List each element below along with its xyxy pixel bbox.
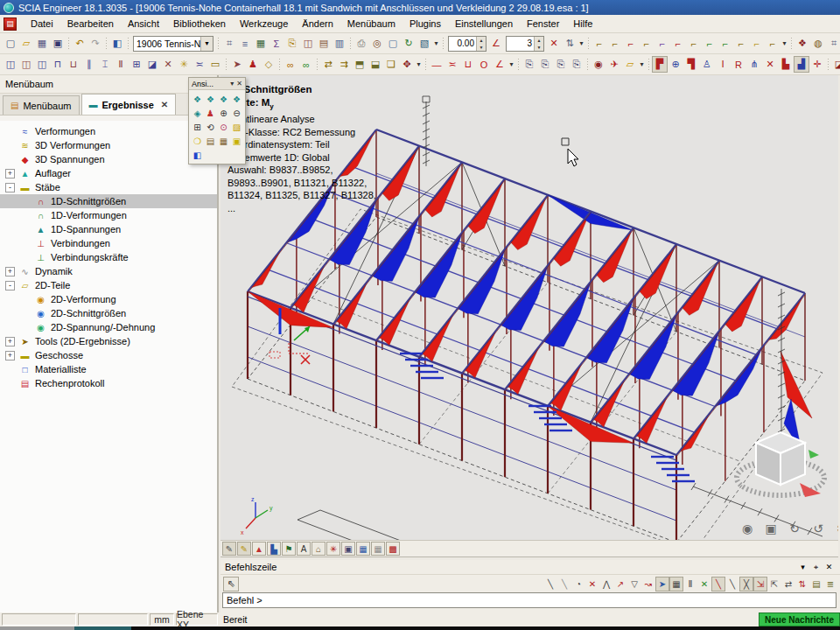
rect-tool-icon[interactable]: ⊔: [460, 56, 476, 73]
dropdown-arrow-icon[interactable]: ▾: [432, 39, 440, 47]
render-view-2-icon[interactable]: ❖: [204, 92, 217, 106]
copy-2-icon[interactable]: ⎘: [537, 56, 553, 73]
show-grid2-icon[interactable]: ▦: [371, 542, 385, 556]
member-tool-9-icon[interactable]: ⊞: [129, 56, 144, 73]
dropdown-arrow-icon[interactable]: ▾: [415, 60, 423, 68]
app-menu-icon[interactable]: ▤: [4, 18, 17, 31]
orbit-back-icon[interactable]: ↺: [809, 520, 827, 537]
show-mesh-icon[interactable]: ▩: [386, 542, 400, 556]
axonometric-view-icon[interactable]: ◈: [191, 106, 204, 120]
tree-item-2d-teile[interactable]: -▱2D-Teile: [0, 278, 217, 292]
result-b4-icon[interactable]: ♙: [699, 56, 715, 73]
status-units[interactable]: mm: [150, 613, 174, 626]
autodesign-icon[interactable]: ◍: [810, 35, 826, 52]
layers-icon[interactable]: ≡: [237, 35, 253, 52]
open-view-icon[interactable]: ▨: [230, 120, 243, 134]
haunch-4-icon[interactable]: ⌐: [639, 35, 654, 52]
snap-vertex-icon[interactable]: ⋀: [599, 577, 613, 592]
snap-line-icon[interactable]: ╲: [543, 577, 557, 592]
select-cursor-icon[interactable]: ⇖: [223, 577, 239, 592]
list-snap-icon[interactable]: ≣: [823, 577, 837, 592]
light-icon[interactable]: ❍: [191, 134, 204, 148]
status-plane[interactable]: Ebene XY: [176, 613, 218, 626]
haunch-6-icon[interactable]: ⌐: [670, 35, 686, 52]
copy-attributes-icon[interactable]: ⎘: [284, 35, 300, 52]
perspective-icon[interactable]: ◧: [191, 148, 204, 162]
tree-item-1d-spannungen[interactable]: ▲1D-Spannungen: [0, 222, 217, 236]
member-check-icon[interactable]: ❖: [794, 35, 810, 52]
supports-bed-icon[interactable]: ▤: [316, 35, 332, 52]
swap-snap-icon[interactable]: ⇄: [781, 577, 795, 592]
tree-item-1d-verformungen[interactable]: ∩1D-Verformungen: [0, 208, 217, 222]
tree-item-rechenprotokoll[interactable]: ▤Rechenprotokoll: [0, 376, 217, 390]
document-icon[interactable]: ▢: [385, 35, 401, 52]
new-messages-button[interactable]: Neue Nachrichte: [759, 612, 840, 626]
zoom-selection-icon[interactable]: ⊙: [217, 120, 230, 134]
vswap-snap-icon[interactable]: ⇅: [795, 577, 809, 592]
table-snap-icon[interactable]: ▤: [809, 577, 823, 592]
table-results-icon[interactable]: ◪: [831, 56, 840, 73]
command-input[interactable]: [222, 592, 836, 608]
menu-fenster[interactable]: Fenster: [520, 17, 566, 31]
haunch-3-icon[interactable]: ⌐: [623, 35, 639, 52]
toolbar-close-icon[interactable]: ✕: [236, 80, 242, 88]
result-b6-icon[interactable]: R: [731, 56, 746, 73]
member-tool-10-icon[interactable]: ◪: [144, 56, 160, 73]
print-icon[interactable]: ⎙: [354, 35, 369, 52]
member-tool-14-icon[interactable]: ▭: [207, 56, 223, 73]
mirror2-icon[interactable]: ⬓: [368, 56, 383, 73]
tree-item-2d-spannung-dehnung[interactable]: ◉2D-Spannung/-Dehnung: [0, 320, 217, 334]
haunch-8-icon[interactable]: ⌐: [702, 35, 718, 52]
tree-expander-icon[interactable]: +: [5, 169, 15, 178]
scale-spinner[interactable]: 3▲▼: [506, 36, 544, 52]
stress-icon[interactable]: Σ: [269, 35, 284, 52]
member-tool-7-icon[interactable]: ⌶: [97, 56, 113, 73]
project-combobox[interactable]: 19006 Tennis-Nohe▼: [133, 36, 214, 52]
haunch-9-icon[interactable]: ⌐: [718, 35, 733, 52]
workplane-icon[interactable]: ◇: [261, 56, 276, 73]
show-entity-icon[interactable]: ▣: [341, 542, 355, 556]
circle-tool-icon[interactable]: O: [476, 56, 492, 73]
member-tool-12-icon[interactable]: ✳: [176, 56, 192, 73]
member-tool-11-icon[interactable]: ✕: [160, 56, 176, 73]
cube-views-icon[interactable]: ▣: [762, 520, 780, 537]
open-project-icon[interactable]: ▱: [18, 35, 34, 52]
snap-delete-icon[interactable]: ✕: [585, 577, 599, 592]
result-b8-icon[interactable]: ✕: [762, 56, 778, 73]
show-supports-icon[interactable]: ▲: [252, 542, 266, 556]
link-green-icon[interactable]: ∞: [298, 56, 314, 73]
angle-tool-icon[interactable]: ∠: [492, 56, 508, 73]
haunch-1-icon[interactable]: ⌐: [592, 35, 607, 52]
clipboard-view-icon[interactable]: ▣: [230, 134, 243, 148]
haunch-5-icon[interactable]: ⌐: [654, 35, 670, 52]
tree-item-3d-spannungen[interactable]: ◆3D Spannungen: [0, 152, 217, 166]
tree-item-dynamik[interactable]: +∿Dynamik: [0, 264, 217, 278]
tab-ergebnisse[interactable]: ▬ Ergebnisse ✕: [81, 94, 177, 115]
refresh-icon[interactable]: ↻: [401, 35, 416, 52]
node-size-icon[interactable]: ⇅: [562, 35, 578, 52]
tree-item-st-be[interactable]: -▬Stäbe: [0, 180, 217, 194]
menu-ändern[interactable]: Ändern: [295, 17, 340, 31]
fly-mode-icon[interactable]: ✈: [606, 56, 622, 73]
pin-icon[interactable]: ⌖: [809, 561, 822, 573]
render-wire-icon[interactable]: ✎: [222, 542, 236, 556]
copy-multi-icon[interactable]: ⇉: [336, 56, 352, 73]
show-grid-icon[interactable]: ▦: [356, 542, 370, 556]
new-document-icon[interactable]: ▢: [3, 35, 18, 52]
render-solid-icon[interactable]: ✎: [237, 542, 251, 556]
ortho-icon[interactable]: Ⅱ: [683, 577, 697, 592]
snap-point-icon[interactable]: ↗: [613, 577, 627, 592]
zoom-window-icon[interactable]: ⊞: [191, 120, 204, 134]
loads-bed-icon[interactable]: ▥: [332, 35, 347, 52]
result-b10-icon[interactable]: ▟: [794, 56, 809, 73]
result-b1-icon[interactable]: ▛: [652, 56, 668, 73]
member-tool-4-icon[interactable]: ⊓: [50, 56, 66, 73]
zoom-tool-icon[interactable]: ◉: [738, 520, 756, 537]
member-tool-5-icon[interactable]: ⊔: [66, 56, 81, 73]
member-tool-13-icon[interactable]: ≍: [192, 56, 207, 73]
gallery-icon[interactable]: ▧: [416, 35, 432, 52]
link-icon[interactable]: ∞: [283, 56, 298, 73]
image-2-icon[interactable]: ▦: [217, 134, 230, 148]
edge2-snap-icon[interactable]: ╲: [725, 577, 739, 592]
toolbar-dropdown-icon[interactable]: ▾: [230, 80, 234, 88]
